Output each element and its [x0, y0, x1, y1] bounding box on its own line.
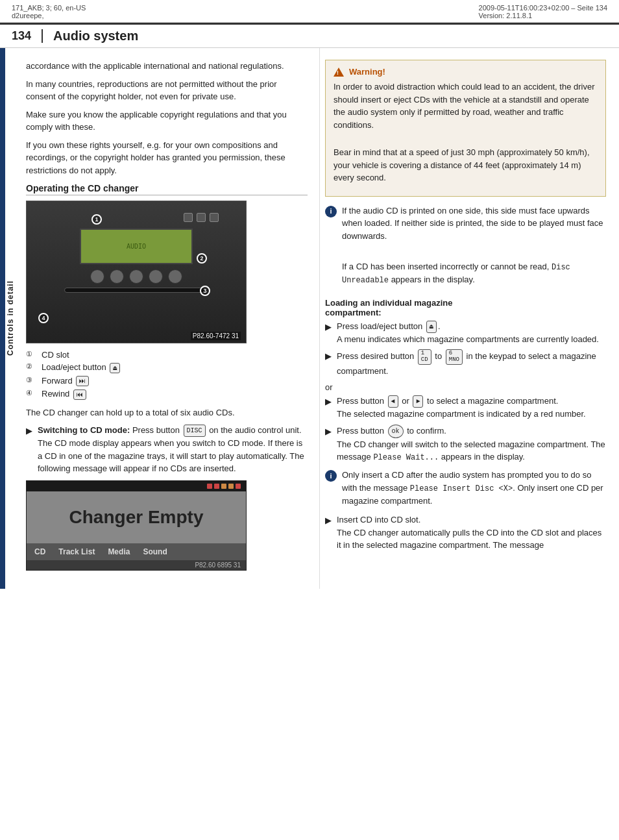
circle-label-2: 2 — [197, 253, 207, 264]
forward-btn-icon: ⏭ — [76, 376, 89, 386]
bullet-desired-text: Press desired button 1CD to 6MNO in the … — [337, 349, 606, 377]
changer-empty-display: Changer Empty CD Track List Media Sound … — [26, 480, 247, 571]
meta-right: 2009-05-11T16:00:23+02:00 – Seite 134Ver… — [479, 4, 607, 19]
bullet-press-ok-text: Press button ok to confirm. The CD chang… — [337, 425, 606, 464]
switching-text: Switching to CD mode: Press button DISC … — [38, 424, 308, 475]
page-title: Audio system — [53, 29, 138, 43]
warning-text-2: Bear in mind that at a speed of just 30 … — [334, 146, 598, 184]
insert-cd-bullet-list: ▶ Insert CD into CD slot. The CD changer… — [325, 513, 606, 552]
ced-main: Changer Empty — [27, 491, 246, 543]
disc-btn-icon: DISC — [184, 425, 206, 437]
bullet-press-arrow: ▶ Press button ◄ or ► to select a magazi… — [325, 395, 606, 421]
cd-changer-image: AUDIO 1 2 3 4 — [26, 201, 247, 343]
intro-para-2: In many countries, reproductions are not… — [26, 78, 308, 103]
sidebar-label: Controls in detail — [6, 280, 15, 356]
sidebar-label-col: Controls in detail — [0, 48, 21, 589]
ced-bb-sound: Sound — [143, 547, 167, 556]
bullet-insert-cd: ▶ Insert CD into CD slot. The CD changer… — [325, 513, 606, 552]
switching-bullet: ▶ Switching to CD mode: Press button DIS… — [26, 424, 308, 475]
bullet-insert-cd-text: Insert CD into CD slot. The CD changer a… — [337, 513, 606, 552]
cd-changer-heading: Operating the CD changer — [26, 183, 308, 195]
cd-list-item-1: CD slot — [42, 350, 69, 360]
page-number: 134 — [12, 29, 43, 43]
bullet-press-arrow-text: Press button ◄ or ► to select a magazine… — [337, 395, 586, 421]
bullet-load-eject-text: Press load/eject button ⏏. A menu indica… — [337, 320, 599, 346]
loading-heading: Loading an individual magazinecompartmen… — [325, 298, 606, 317]
circle-label-3: 3 — [200, 286, 210, 296]
ced-top-bar — [27, 481, 246, 491]
cd-list-item-2: Load/eject button ⏏ — [42, 362, 121, 373]
right-col: ! Warning! In order to avoid distraction… — [319, 48, 618, 589]
ced-dot-5 — [236, 484, 241, 489]
switching-bullet-list: ▶ Switching to CD mode: Press button DIS… — [26, 424, 308, 475]
ced-bb-cd: CD — [34, 547, 45, 556]
changer-empty-text: Changer Empty — [69, 507, 204, 528]
intro-para-3: Make sure you know the applicable copyri… — [26, 108, 308, 134]
cd-body-text: The CD changer can hold up to a total of… — [26, 406, 308, 419]
switching-label: Switching to CD mode: — [38, 425, 130, 435]
ced-bottom-bar: CD Track List Media Sound — [27, 543, 246, 560]
ced-dot-1 — [207, 484, 212, 489]
loading-bullet-list: ▶ Press load/eject button ⏏. A menu indi… — [325, 320, 606, 378]
left-arrow-btn-icon: ◄ — [388, 395, 398, 408]
bullet-press-ok: ▶ Press button ok to confirm. The CD cha… — [325, 425, 606, 464]
right-arrow-btn-icon: ► — [413, 395, 423, 408]
rewind-btn-icon: ⏮ — [73, 389, 86, 400]
warning-title: ! Warning! — [334, 67, 598, 77]
meta-bar: 171_AKB; 3; 60, en-USd2ureepe, 2009-05-1… — [0, 0, 619, 23]
load-eject-icon: ⏏ — [426, 321, 437, 333]
list-item: ④ Rewind ⏮ — [26, 389, 308, 400]
load-eject-btn-icon: ⏏ — [110, 363, 120, 373]
btn-1-cd-icon: 1CD — [418, 349, 431, 365]
ced-bb-tracklist: Track List — [58, 547, 95, 556]
cd-changer-img-caption: P82.60-7472 31 — [191, 332, 241, 340]
info-text-2: Only insert a CD after the audio system … — [342, 469, 606, 507]
bullet-desired-button: ▶ Press desired button 1CD to 6MNO in th… — [325, 349, 606, 377]
bullet-load-eject: ▶ Press load/eject button ⏏. A menu indi… — [325, 320, 606, 346]
warning-box: ! Warning! In order to avoid distraction… — [325, 60, 606, 197]
please-wait-code: Please Wait... — [373, 453, 439, 462]
list-item: ① CD slot — [26, 350, 308, 360]
ced-bb-media: Media — [108, 547, 130, 556]
list-item: ③ Forward ⏭ — [26, 376, 308, 387]
ok-btn-icon: ok — [388, 425, 404, 438]
cd-list-item-4: Rewind ⏮ — [42, 389, 88, 400]
info-note-2: i Only insert a CD after the audio syste… — [325, 469, 606, 507]
sidebar-blue-bar — [0, 48, 5, 589]
warning-label: Warning! — [349, 67, 385, 77]
ced-dot-4 — [228, 484, 234, 489]
bullet-arrow-icon-4: ▶ — [325, 425, 332, 464]
loading-bullet-list-2: ▶ Press button ◄ or ► to select a magazi… — [325, 395, 606, 463]
bullet-arrow-icon: ▶ — [26, 425, 32, 475]
bullet-arrow-icon-2: ▶ — [325, 350, 332, 377]
or-text: or — [325, 382, 606, 392]
bullet-arrow-icon-5: ▶ — [325, 514, 332, 552]
ced-dot-2 — [214, 484, 219, 489]
ced-dot-3 — [221, 484, 226, 489]
cd-list: ① CD slot ② Load/eject button ⏏ ③ Forwar… — [26, 350, 308, 400]
info-text-1: If the audio CD is printed on one side, … — [342, 204, 606, 291]
changer-empty-caption: P82.60 6895 31 — [27, 560, 246, 570]
circle-label-4: 4 — [38, 313, 49, 323]
info-icon-2: i — [325, 470, 337, 482]
left-col: accordance with the applicable internati… — [21, 48, 319, 589]
warning-triangle-icon: ! — [334, 68, 344, 77]
bullet-arrow-icon: ▶ — [325, 321, 332, 346]
bullet-arrow-icon-3: ▶ — [325, 395, 332, 421]
intro-para-4: If you own these rights yourself, e.g. f… — [26, 139, 308, 177]
circle-label-1: 1 — [91, 214, 102, 225]
warning-text-1: In order to avoid distraction which coul… — [334, 80, 598, 131]
page-header: 134 Audio system — [0, 23, 619, 48]
info-icon-1: i — [325, 206, 337, 217]
main-layout: Controls in detail accordance with the a… — [0, 48, 619, 589]
btn-6-mno-icon: 6MNO — [446, 349, 463, 365]
disc-unreadable-code: Disc Unreadable — [342, 263, 570, 285]
list-item: ② Load/eject button ⏏ — [26, 362, 308, 373]
cd-list-item-3: Forward ⏭ — [42, 376, 90, 387]
info-note-1: i If the audio CD is printed on one side… — [325, 204, 606, 291]
please-insert-code: Please Insert Disc <X> — [410, 484, 513, 493]
intro-para-1: accordance with the applicable internati… — [26, 60, 308, 73]
meta-left: 171_AKB; 3; 60, en-USd2ureepe, — [12, 4, 86, 19]
